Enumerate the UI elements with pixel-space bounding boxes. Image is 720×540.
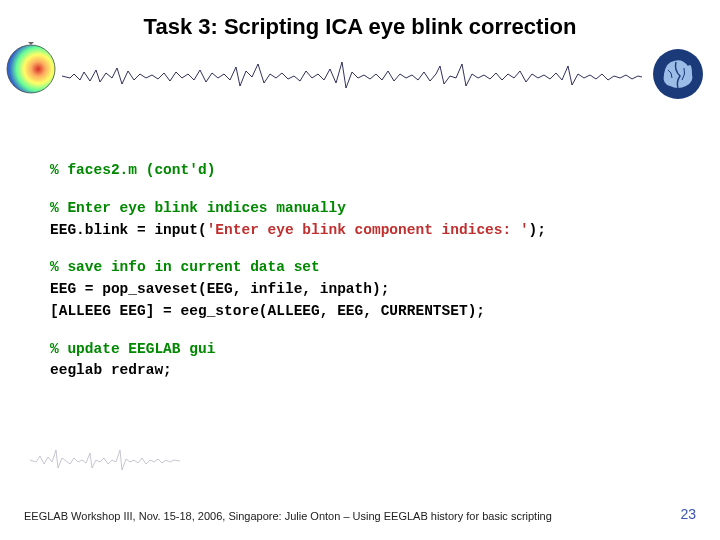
small-eeg-trace-icon: [30, 442, 180, 478]
code-block: % faces2.m (cont'd) % Enter eye blink in…: [50, 160, 680, 382]
brain-logo-icon: [652, 48, 704, 100]
slide-number: 23: [680, 506, 696, 522]
code-line: eeglab redraw;: [50, 360, 680, 382]
code-comment: % Enter eye blink indices manually: [50, 200, 346, 216]
code-comment: % faces2.m (cont'd): [50, 162, 215, 178]
code-comment: % update EEGLAB gui: [50, 341, 215, 357]
code-line: [ALLEEG EEG] = eeg_store(ALLEEG, EEG, CU…: [50, 301, 680, 323]
slide-footer: EEGLAB Workshop III, Nov. 15-18, 2006, S…: [24, 510, 552, 522]
svg-point-0: [7, 45, 55, 93]
code-comment: % save info in current data set: [50, 259, 320, 275]
slide-title: Task 3: Scripting ICA eye blink correcti…: [0, 14, 720, 40]
head-topography-icon: [4, 42, 58, 96]
eeg-trace-icon: [62, 56, 642, 96]
code-line: EEG = pop_saveset(EEG, infile, inpath);: [50, 279, 680, 301]
code-line: EEG.blink = input('Enter eye blink compo…: [50, 220, 680, 242]
